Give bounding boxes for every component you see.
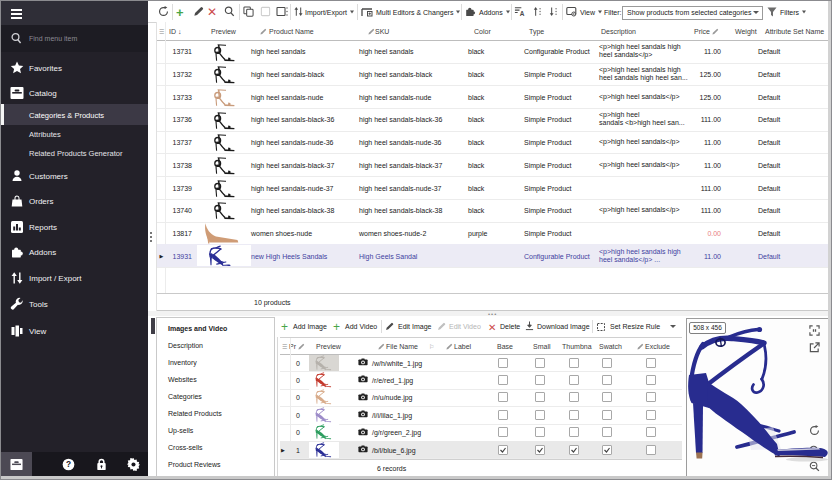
svg-text:?: ? [66, 459, 71, 469]
svg-text:A: A [520, 10, 525, 17]
